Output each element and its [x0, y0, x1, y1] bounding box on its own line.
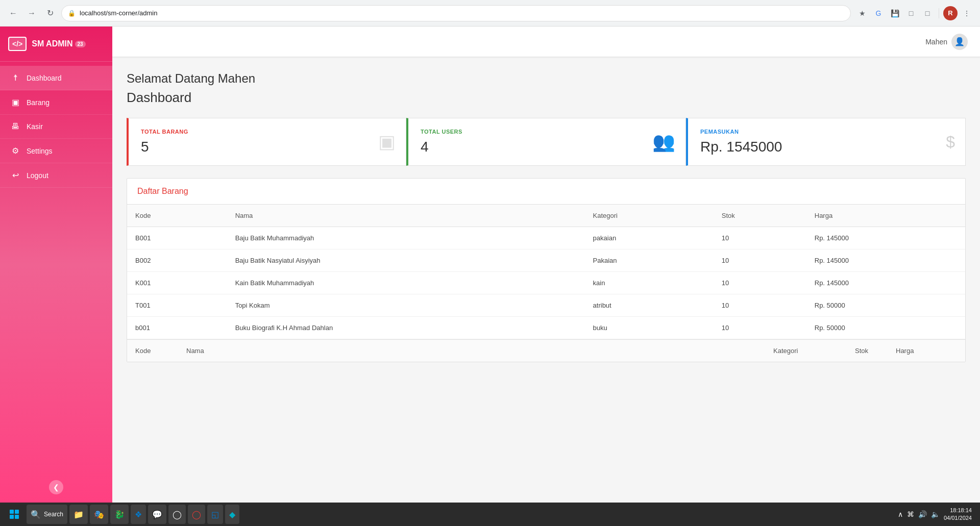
- cell-stok: 10: [714, 249, 806, 272]
- sidebar-item-label: Logout: [27, 171, 48, 180]
- footer-col-nama: Nama: [186, 347, 773, 355]
- sidebar-nav: ☨ Dashboard ▣ Barang 🖶 Kasir ⚙ Settings …: [0, 62, 112, 472]
- avatar-icon: 👤: [954, 37, 965, 46]
- extension-btn2[interactable]: □: [920, 6, 935, 20]
- cell-kode: B001: [127, 227, 227, 249]
- sidebar-collapse-button[interactable]: ❮: [49, 480, 63, 494]
- cell-nama: Buku Biografi K.H Ahmad Dahlan: [227, 317, 585, 339]
- browser-chrome: ← → ↻ 🔒 localhost/sm-corner/admin ★ G 💾 …: [0, 0, 980, 27]
- barang-stat-icon: ▣: [378, 131, 396, 153]
- stat-card-barang: TOTAL BARANG 5 ▣: [127, 118, 406, 166]
- stat-value-pemasukan: Rp. 1545000: [700, 139, 953, 155]
- logo-text: </>: [12, 40, 22, 48]
- cell-kategori: atribut: [585, 294, 714, 317]
- cell-kategori: buku: [585, 317, 714, 339]
- stat-card-users: TOTAL USERS 4 👥: [406, 118, 686, 166]
- table-header-row: Kode Nama Kategori Stok Harga: [127, 205, 965, 227]
- sidebar-title-text: SM ADMIN: [32, 39, 72, 48]
- col-harga: Harga: [806, 205, 965, 227]
- sidebar-logo: </>: [8, 37, 27, 51]
- table-row: B002 Baju Batik Nasyiatul Aisyiyah Pakai…: [127, 249, 965, 272]
- cell-harga: Rp. 50000: [806, 317, 965, 339]
- top-bar-user[interactable]: Mahen 👤: [925, 34, 968, 50]
- pemasukan-stat-icon: $: [946, 133, 955, 152]
- top-bar: Mahen 👤: [112, 27, 980, 57]
- address-bar[interactable]: 🔒 localhost/sm-corner/admin: [61, 5, 851, 21]
- dashboard-icon: ☨: [10, 73, 20, 83]
- sidebar-item-kasir[interactable]: 🖶 Kasir: [0, 115, 112, 139]
- sidebar-badge: 23: [75, 41, 86, 47]
- app-container: </> SM ADMIN 23 ☨ Dashboard ▣ Barang 🖶 K…: [0, 27, 980, 503]
- refresh-button[interactable]: ↻: [43, 6, 57, 20]
- cell-harga: Rp. 50000: [806, 294, 965, 317]
- cell-nama: Topi Kokam: [227, 294, 585, 317]
- sidebar-item-dashboard[interactable]: ☨ Dashboard: [0, 66, 112, 90]
- user-avatar: 👤: [951, 34, 968, 50]
- page-content: Selamat Datang Mahen Dashboard TOTAL BAR…: [112, 57, 980, 377]
- main-content: Mahen 👤 Selamat Datang Mahen Dashboard T…: [112, 27, 980, 503]
- lock-icon: 🔒: [68, 10, 76, 17]
- stats-row: TOTAL BARANG 5 ▣ TOTAL USERS 4 👥 PEMASUK…: [127, 118, 966, 166]
- cell-kode: K001: [127, 272, 227, 294]
- cell-kode: B002: [127, 249, 227, 272]
- col-kode: Kode: [127, 205, 227, 227]
- table-row: T001 Topi Kokam atribut 10 Rp. 50000: [127, 294, 965, 317]
- cell-harga: Rp. 145000: [806, 227, 965, 249]
- sidebar-item-label: Barang: [27, 98, 50, 107]
- sidebar-item-settings[interactable]: ⚙ Settings: [0, 139, 112, 163]
- cell-harga: Rp. 145000: [806, 249, 965, 272]
- welcome-heading: Selamat Datang Mahen: [127, 71, 966, 86]
- footer-col-kode: Kode: [135, 347, 186, 355]
- cell-nama: Baju Batik Nasyiatul Aisyiyah: [227, 249, 585, 272]
- back-button[interactable]: ←: [6, 6, 20, 20]
- page-title: Dashboard: [127, 90, 966, 106]
- cell-stok: 10: [714, 294, 806, 317]
- sidebar: </> SM ADMIN 23 ☨ Dashboard ▣ Barang 🖶 K…: [0, 27, 112, 503]
- cell-kategori: pakaian: [585, 227, 714, 249]
- table-row: K001 Kain Batik Muhammadiyah kain 10 Rp.…: [127, 272, 965, 294]
- table-row: b001 Buku Biografi K.H Ahmad Dahlan buku…: [127, 317, 965, 339]
- cell-nama: Baju Batik Muhammadiyah: [227, 227, 585, 249]
- extension-btn1[interactable]: □: [904, 6, 918, 20]
- browser-actions: ★ G 💾 □ □ R ⋮: [855, 6, 974, 20]
- sidebar-item-label: Kasir: [27, 122, 43, 131]
- bookmark-button[interactable]: ★: [855, 6, 869, 20]
- forward-button[interactable]: →: [24, 6, 39, 20]
- chevron-left-icon: ❮: [53, 483, 59, 491]
- sidebar-item-label: Settings: [27, 147, 53, 155]
- save-page-button[interactable]: 💾: [888, 6, 902, 20]
- separator: [939, 8, 939, 18]
- stat-label-users: TOTAL USERS: [421, 129, 673, 135]
- table-title: Daftar Barang: [137, 187, 955, 196]
- users-stat-icon: 👥: [652, 131, 675, 153]
- barang-icon: ▣: [10, 97, 20, 107]
- table-section: Daftar Barang Kode Nama Kategori Stok Ha…: [127, 178, 966, 362]
- table-footer-row: Kode Nama Kategori Stok Harga: [127, 339, 965, 362]
- sidebar-item-barang[interactable]: ▣ Barang: [0, 90, 112, 115]
- sidebar-item-logout[interactable]: ↩ Logout: [0, 163, 112, 188]
- stat-card-pemasukan: PEMASUKAN Rp. 1545000 $: [686, 118, 966, 166]
- col-kategori: Kategori: [585, 205, 714, 227]
- table-row: B001 Baju Batik Muhammadiyah pakaian 10 …: [127, 227, 965, 249]
- cell-harga: Rp. 145000: [806, 272, 965, 294]
- barang-table: Kode Nama Kategori Stok Harga B001 Baju …: [127, 205, 965, 339]
- logout-icon: ↩: [10, 170, 20, 180]
- username-text: Mahen: [925, 38, 947, 46]
- col-nama: Nama: [227, 205, 585, 227]
- settings-icon: ⚙: [10, 146, 20, 156]
- translate-icon[interactable]: G: [871, 6, 886, 20]
- cell-kategori: kain: [585, 272, 714, 294]
- table-body: B001 Baju Batik Muhammadiyah pakaian 10 …: [127, 227, 965, 339]
- more-button[interactable]: ⋮: [960, 6, 974, 20]
- cell-nama: Kain Batik Muhammadiyah: [227, 272, 585, 294]
- cell-kode: T001: [127, 294, 227, 317]
- cell-stok: 10: [714, 272, 806, 294]
- profile-button[interactable]: R: [943, 6, 958, 20]
- stat-value-users: 4: [421, 139, 673, 155]
- table-header: Daftar Barang: [127, 179, 965, 205]
- stat-value-barang: 5: [141, 139, 394, 155]
- table-head: Kode Nama Kategori Stok Harga: [127, 205, 965, 227]
- cell-kategori: Pakaian: [585, 249, 714, 272]
- cell-stok: 10: [714, 227, 806, 249]
- sidebar-title: SM ADMIN 23: [32, 39, 85, 48]
